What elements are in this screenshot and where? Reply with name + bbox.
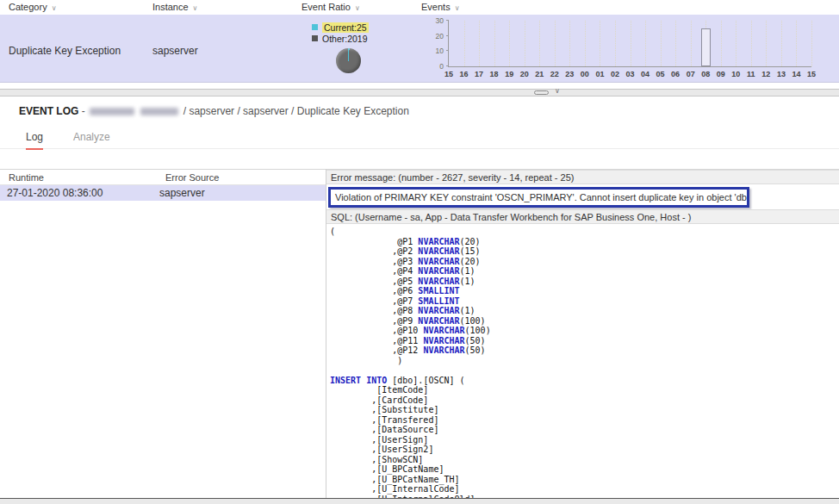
gridline [539, 21, 540, 66]
gridline [494, 21, 495, 66]
column-header-error-source[interactable]: Error Source [165, 172, 219, 183]
x-tick-label: 15 [807, 70, 816, 78]
breadcrumb-separator: - [82, 105, 85, 117]
legend-label-current: Current:25 [322, 22, 369, 33]
events-plot-area: 1516171819202122230001020304050607080910… [448, 21, 811, 67]
y-tick-mark [446, 65, 449, 66]
gridline [585, 21, 586, 66]
column-header-instance[interactable]: Instance∨ [152, 2, 197, 12]
x-tick-label: 20 [520, 70, 529, 78]
x-tick-label: 17 [475, 70, 483, 78]
redacted-server-name [90, 108, 134, 115]
y-tick-mark [446, 20, 449, 21]
y-tick-label: 20 [426, 32, 444, 40]
event-count-bar [701, 28, 711, 66]
breadcrumb-path: / sapserver / sapserver / Duplicate Key … [183, 105, 409, 117]
gridline [631, 21, 631, 66]
legend-entry-current: Current:25 [312, 22, 369, 33]
x-tick-label: 06 [671, 70, 680, 78]
y-tick-label: 30 [426, 16, 444, 25]
column-header-runtime[interactable]: Runtime [9, 172, 44, 183]
row-gap [0, 83, 839, 89]
x-tick-label: 00 [581, 70, 589, 78]
x-tick-label: 13 [777, 70, 786, 78]
splitter-collapse-handle[interactable] [534, 90, 549, 95]
chevron-down-icon[interactable]: ∨ [355, 4, 360, 12]
x-tick-label: 15 [444, 70, 453, 78]
event-log-title: EVENT LOG [19, 105, 78, 117]
x-tick-label: 21 [535, 70, 544, 78]
column-header-event-ratio[interactable]: Event Ratio∨ [301, 2, 360, 12]
gridline [525, 21, 525, 66]
gridline [691, 21, 692, 66]
error-message-header: Error message: (number - 2627, severity … [326, 170, 839, 184]
gridline [569, 21, 570, 66]
gridline [555, 21, 556, 66]
column-header-category[interactable]: Category∨ [9, 2, 57, 12]
x-tick-label: 23 [565, 70, 574, 78]
y-tick-mark [446, 35, 449, 36]
x-tick-label: 10 [731, 70, 740, 78]
x-tick-label: 01 [595, 70, 604, 78]
x-tick-label: 12 [761, 70, 770, 78]
runtime-cell: 27-01-2020 08:36:00 [7, 187, 103, 199]
instance-cell: sapserver [152, 45, 198, 57]
legend-entry-other: Other:2019 [312, 33, 369, 44]
column-header-label: Events [421, 2, 451, 12]
tab-log[interactable]: Log [26, 131, 43, 150]
error-message-highlight-box: Violation of PRIMARY KEY constraint 'OSC… [328, 187, 749, 208]
horizontal-splitter[interactable]: ∨ [0, 89, 839, 96]
x-tick-label: 05 [656, 70, 665, 78]
legend-swatch-other [312, 35, 318, 41]
x-tick-label: 04 [641, 70, 649, 78]
log-table-header: Runtime Error Source [0, 170, 326, 185]
chevron-down-icon[interactable]: ∨ [193, 4, 198, 12]
chevron-down-icon[interactable]: ∨ [555, 87, 560, 95]
event-ratio-legend: Current:25 Other:2019 [312, 22, 369, 44]
events-bar-chart: 1516171819202122230001020304050607080910… [426, 17, 827, 81]
x-tick-label: 11 [747, 70, 755, 78]
chevron-down-icon[interactable]: ∨ [52, 4, 57, 12]
log-table-row-selected[interactable]: 27-01-2020 08:36:00 sapserver [0, 185, 326, 201]
breadcrumb: EVENT LOG - / sapserver / sapserver / Du… [19, 105, 409, 117]
gridline [645, 21, 646, 66]
error-source-cell: sapserver [159, 187, 205, 199]
x-tick-label: 14 [792, 70, 800, 78]
redacted-server-name [140, 108, 178, 115]
y-tick-label: 10 [426, 47, 444, 55]
gridline [781, 21, 782, 66]
overview-row-duplicate-key-exception[interactable]: Duplicate Key Exception sapserver Curren… [0, 15, 839, 83]
tab-strip: Log Analyze [0, 128, 839, 149]
gridline [766, 21, 767, 66]
x-tick-label: 09 [717, 70, 725, 78]
x-tick-label: 02 [611, 70, 619, 78]
x-tick-label: 07 [687, 70, 695, 78]
tab-analyze[interactable]: Analyze [73, 131, 110, 148]
horizontal-scrollbar[interactable] [0, 498, 839, 504]
column-header-label: Event Ratio [301, 2, 351, 12]
column-header-label: Category [9, 2, 47, 12]
gridline [811, 21, 812, 66]
x-tick-label: 22 [550, 70, 559, 78]
column-header-events[interactable]: Events∨ [421, 2, 460, 12]
gridline [675, 21, 676, 66]
sql-statement-text: ( @P1 NVARCHAR(20) ,@P2 NVARCHAR(15) ,@P… [330, 227, 836, 504]
x-tick-label: 19 [505, 70, 513, 78]
y-tick-label: 0 [426, 62, 444, 71]
gridline [615, 21, 616, 66]
x-tick-label: 18 [490, 70, 499, 78]
gridline [736, 21, 736, 66]
gridline [509, 21, 510, 66]
legend-label-other: Other:2019 [322, 34, 368, 44]
sql-header: SQL: (Username - sa, App - Data Transfer… [326, 209, 839, 224]
y-tick-mark [446, 50, 449, 51]
overview-header-row: Category∨ Instance∨ Event Ratio∨ Events∨ [0, 0, 839, 15]
gridline [464, 21, 465, 66]
x-tick-label: 08 [701, 70, 710, 78]
x-tick-label: 16 [460, 70, 469, 78]
gridline [479, 21, 480, 66]
gridline [661, 21, 662, 66]
chevron-down-icon[interactable]: ∨ [455, 4, 460, 12]
x-tick-label: 03 [625, 70, 634, 78]
event-ratio-pie-chart [336, 48, 361, 73]
